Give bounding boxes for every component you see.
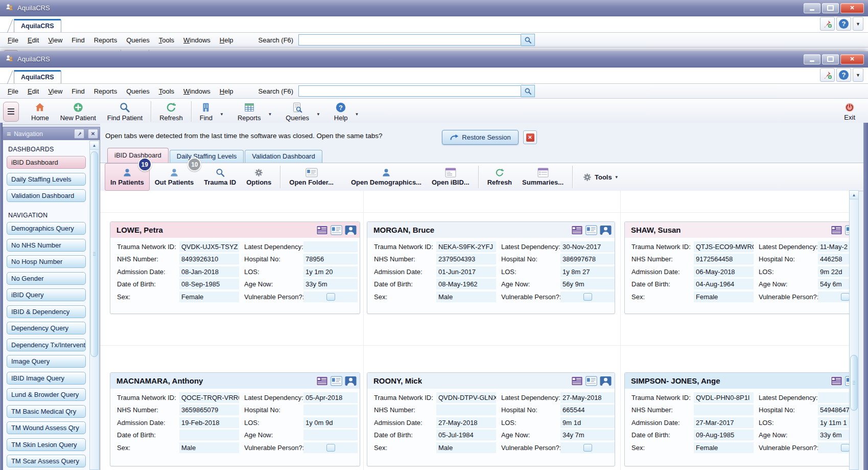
patient-card[interactable]: SHAW, Susan Trauma Network ID:QTJS-ECO9-…	[624, 221, 849, 314]
pin-tab-button[interactable]	[820, 17, 835, 31]
id-card-icon[interactable]	[330, 375, 343, 387]
sidebar-scrollbar[interactable]: ▲	[89, 141, 99, 470]
vulnerable-checkbox[interactable]	[583, 293, 592, 301]
open-folder-button[interactable]: Open Folder...	[284, 164, 339, 190]
patient-person-icon[interactable]	[344, 225, 357, 236]
close-button[interactable]: ✕	[840, 3, 864, 13]
find-patient-button[interactable]: Find Patient	[102, 100, 148, 123]
sidebar-item-no-nhs-number[interactable]: No NHS Number	[7, 239, 86, 252]
tab-options-dropdown-icon[interactable]: ▼	[853, 17, 863, 31]
menu-file[interactable]: File	[3, 34, 23, 46]
scroll-up-icon[interactable]: ▲	[850, 191, 858, 199]
patient-card[interactable]: MORGAN, Bruce Trauma Network ID:NEKA-S9F…	[367, 221, 615, 314]
minimize-button[interactable]	[804, 54, 820, 64]
sidebar-item-ibid-dependency[interactable]: IBID & Dependency	[7, 305, 86, 318]
app-menu-button[interactable]	[3, 102, 19, 122]
sidebar-item-ibid-dashboard[interactable]: iBID Dashboard	[7, 156, 86, 169]
tab-daily-staffing-levels[interactable]: Daily Staffing Levels	[170, 150, 244, 163]
maximize-button[interactable]	[822, 54, 839, 64]
sidebar-item-image-query[interactable]: Image Query	[7, 355, 86, 368]
help-toolbar-button[interactable]: ? Help	[329, 100, 354, 123]
menu-reports[interactable]: Reports	[89, 34, 122, 46]
options-button[interactable]: Options	[241, 164, 276, 190]
queries-button[interactable]: Queries	[280, 100, 315, 123]
tab-options-dropdown-icon[interactable]: ▼	[853, 68, 863, 82]
menu-find[interactable]: Find	[67, 34, 89, 46]
patient-card[interactable]: ROONY, Mick Trauma Network ID:QVDN-DTPV-…	[367, 372, 615, 466]
find-dropdown-icon[interactable]: ▼	[220, 112, 224, 117]
id-card-icon[interactable]	[585, 225, 598, 236]
patient-card[interactable]: SIMPSON- JONES, Ange Trauma Network ID:Q…	[624, 372, 849, 466]
id-card-icon[interactable]	[844, 375, 849, 387]
content-scrollbar-thumb[interactable]	[850, 355, 858, 411]
search-input[interactable]	[298, 85, 521, 97]
patient-person-icon[interactable]	[599, 375, 612, 387]
id-card-icon[interactable]	[585, 375, 598, 387]
sidebar-item-tm-scar-assess[interactable]: TM Scar Assess Query	[7, 455, 86, 467]
summaries-button[interactable]: Summaries...	[517, 164, 569, 190]
patient-person-icon[interactable]	[599, 225, 612, 236]
sidebar-item-daily-staffing-levels[interactable]: Daily Staffing Levels	[7, 173, 86, 186]
find-button[interactable]: Find	[194, 100, 218, 123]
sidebar-item-no-hosp-number[interactable]: No Hosp Number	[7, 255, 86, 268]
queries-dropdown-icon[interactable]: ▼	[316, 112, 320, 117]
panel-menu-icon[interactable]: ≡	[7, 130, 11, 138]
id-card-icon[interactable]	[844, 225, 849, 236]
vulnerable-checkbox[interactable]	[326, 444, 335, 452]
menu-view[interactable]: View	[43, 85, 67, 97]
in-patients-button[interactable]: 19 In Patients	[105, 163, 150, 191]
menu-edit[interactable]: Edit	[23, 85, 43, 97]
sidebar-item-tm-wound-assess[interactable]: TM Wound Assess Qry	[7, 421, 86, 434]
close-panel-icon[interactable]: ✕	[88, 129, 98, 139]
out-patients-button[interactable]: 10 Out Patients	[150, 164, 199, 190]
pin-tab-button[interactable]	[820, 68, 835, 82]
vulnerable-checkbox[interactable]	[326, 293, 335, 301]
dismiss-notification-button[interactable]: ✕	[523, 130, 537, 144]
search-icon[interactable]	[521, 85, 535, 97]
sidebar-item-no-gender[interactable]: No Gender	[7, 272, 86, 285]
content-scrollbar[interactable]: ▲	[849, 190, 859, 470]
sidebar-item-demographics-query[interactable]: Demographics Query	[7, 222, 86, 235]
titlebar[interactable]: AquilaCRS ✕	[0, 51, 868, 68]
menu-help[interactable]: Help	[215, 34, 238, 46]
menu-find[interactable]: Find	[67, 85, 89, 97]
exit-button[interactable]: Exit	[838, 101, 861, 123]
help-dropdown-icon[interactable]: ▼	[355, 112, 359, 117]
menu-queries[interactable]: Queries	[122, 34, 154, 46]
sidebar-item-ibid-query[interactable]: iBID Query	[7, 288, 86, 301]
menu-reports[interactable]: Reports	[89, 85, 122, 97]
open-ibid-button[interactable]: Open iBID...	[427, 164, 475, 190]
menu-queries[interactable]: Queries	[122, 85, 154, 97]
help-button[interactable]: ?	[836, 68, 851, 82]
search-icon[interactable]	[521, 34, 535, 46]
tools-button[interactable]: Tools ▼	[576, 170, 625, 184]
vulnerable-checkbox[interactable]	[841, 444, 850, 452]
tab-validation-dashboard[interactable]: Validation Dashboard	[245, 150, 322, 163]
search-input[interactable]	[298, 34, 521, 46]
ibid-form-icon[interactable]	[830, 225, 843, 236]
ibid-form-icon[interactable]	[571, 375, 583, 387]
ibid-form-icon[interactable]	[316, 225, 329, 236]
scroll-up-icon[interactable]: ▲	[90, 141, 99, 150]
reports-dropdown-icon[interactable]: ▼	[268, 112, 272, 117]
reports-button[interactable]: Reports	[232, 100, 267, 123]
open-demographics-button[interactable]: Open Demographics...	[346, 164, 427, 190]
tools-dropdown-icon[interactable]: ▼	[615, 175, 619, 180]
vulnerable-checkbox[interactable]	[841, 293, 850, 301]
menu-tools[interactable]: Tools	[154, 34, 179, 46]
ibid-form-icon[interactable]	[830, 375, 843, 387]
titlebar[interactable]: AquilaCRS ✕	[0, 0, 868, 16]
restore-session-button[interactable]: Restore Session	[442, 130, 519, 145]
sidebar-item-tm-skin-lesion[interactable]: TM Skin Lesion Query	[7, 438, 86, 451]
sidebar-item-dependency-tx[interactable]: Dependency Tx/Interventi	[7, 339, 86, 351]
menu-help[interactable]: Help	[215, 85, 238, 97]
sidebar-item-ibid-image-query[interactable]: IBID Image Query	[7, 372, 86, 385]
menu-view[interactable]: View	[43, 34, 67, 46]
minimize-button[interactable]	[804, 3, 820, 13]
menu-windows[interactable]: Windows	[179, 85, 215, 97]
menu-tools[interactable]: Tools	[154, 85, 179, 97]
app-tab[interactable]: AquilaCRS	[14, 19, 61, 32]
refresh-button[interactable]: Refresh	[154, 100, 189, 123]
home-button[interactable]: Home	[26, 100, 55, 123]
maximize-button[interactable]	[822, 3, 839, 13]
